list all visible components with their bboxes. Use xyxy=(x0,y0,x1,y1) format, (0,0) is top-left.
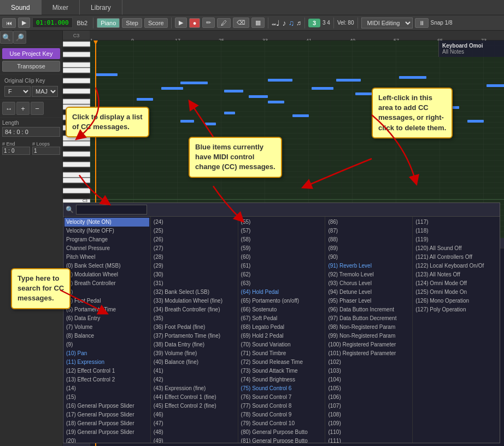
list-item[interactable]: (33) Modulation Wheel (fine) xyxy=(152,297,237,305)
list-item[interactable]: (76) Sound Control 7 xyxy=(239,393,324,402)
list-item[interactable]: (106) xyxy=(326,393,411,402)
rewind-button[interactable]: ⏮ xyxy=(2,18,16,28)
list-item[interactable]: Program Change xyxy=(65,235,149,244)
list-item[interactable]: (8) Balance xyxy=(65,332,149,340)
list-item[interactable]: (90) xyxy=(326,253,411,262)
list-item[interactable]: (107) xyxy=(326,402,411,410)
list-item[interactable]: (42) xyxy=(152,375,237,384)
key-mode-select[interactable]: MAJ xyxy=(32,86,58,97)
list-item[interactable]: (105) xyxy=(326,384,411,393)
list-item[interactable]: (118) xyxy=(414,227,499,235)
cc-dropdown-list[interactable]: 🔍 Velocity (Note ON)Velocity (Note OFF)P… xyxy=(63,202,500,443)
use-project-key-button[interactable]: Use Project Key xyxy=(2,48,60,59)
list-item[interactable]: (34) Breath Controller (fine) xyxy=(152,305,237,314)
list-item[interactable]: (12) Effect Control 1 xyxy=(65,367,149,375)
loops-input[interactable] xyxy=(32,147,60,155)
length-input[interactable] xyxy=(2,127,60,137)
list-item[interactable]: (59) xyxy=(239,244,324,253)
list-item[interactable]: (93) Chorus Level xyxy=(326,279,411,288)
list-item[interactable]: (110) xyxy=(326,428,411,437)
list-item[interactable]: (73) Sound Attack Time xyxy=(239,367,324,375)
list-item[interactable]: (58) xyxy=(239,235,324,244)
list-item[interactable]: (99) Non-Registered Param xyxy=(326,332,411,340)
list-item[interactable]: (71) Sound Timbre xyxy=(239,349,324,358)
list-item[interactable]: (36) Foot Pedal (fine) xyxy=(152,323,237,332)
tab-sound[interactable]: Sound xyxy=(0,0,42,15)
list-item[interactable]: (18) General Purpose Slider xyxy=(65,419,149,428)
list-item[interactable]: (4) Foot Pedal xyxy=(65,297,149,305)
list-item[interactable]: (63) xyxy=(239,279,324,288)
mode-step-button[interactable]: Step xyxy=(122,18,142,28)
list-item[interactable]: (92) Tremolo Level xyxy=(326,270,411,279)
list-item[interactable]: (121) All Controllers Off xyxy=(414,253,499,262)
list-item[interactable]: (6) Data Entry xyxy=(65,314,149,323)
list-item[interactable]: (45) Effect Control 2 (fine) xyxy=(152,402,237,410)
list-item[interactable]: (67) Soft Pedal xyxy=(239,314,324,323)
list-item[interactable]: (11) Expression xyxy=(65,358,149,367)
list-item[interactable]: (101) Registered Parameter xyxy=(326,349,411,358)
list-item[interactable]: (43) Expression (fine) xyxy=(152,384,237,393)
list-item[interactable]: Pitch Wheel xyxy=(65,253,149,262)
list-item[interactable]: (75) Sound Control 6 xyxy=(239,384,324,393)
list-item[interactable]: (41) xyxy=(152,367,237,375)
list-item[interactable]: (3) xyxy=(65,288,149,297)
pencil-button[interactable]: ✏ xyxy=(202,18,215,28)
brush-button[interactable]: 🖊 xyxy=(217,18,231,28)
transport-play2-button[interactable]: ▶ xyxy=(175,18,187,28)
list-item[interactable]: (28) xyxy=(152,253,237,262)
arrow-icon[interactable]: ↔ xyxy=(2,102,15,115)
list-item[interactable]: (69) Hold 2 Pedal xyxy=(239,332,324,340)
list-item[interactable]: (24) xyxy=(152,218,237,227)
list-item[interactable]: (87) xyxy=(326,227,411,235)
list-item[interactable]: (64) Hold Pedal xyxy=(239,288,324,297)
list-item[interactable]: (70) Sound Variation xyxy=(239,340,324,349)
list-item[interactable]: (123) All Notes Off xyxy=(414,270,499,279)
list-item[interactable]: (40) Balance (fine) xyxy=(152,358,237,367)
list-item[interactable]: (124) Omni Mode Off xyxy=(414,279,499,288)
cc-search-input[interactable] xyxy=(76,205,147,215)
list-item[interactable]: (77) Sound Control 8 xyxy=(239,402,324,410)
list-item[interactable]: (117) xyxy=(414,218,499,227)
list-item[interactable]: (61) xyxy=(239,262,324,270)
list-item[interactable]: (79) Sound Control 10 xyxy=(239,419,324,428)
list-item[interactable]: (2) Breath Controller xyxy=(65,279,149,288)
list-item[interactable]: (1) Modulation Wheel xyxy=(65,270,149,279)
mode-score-button[interactable]: Score xyxy=(144,18,168,28)
play-button[interactable]: ▶ xyxy=(18,18,30,28)
list-item[interactable]: Velocity (Note ON) xyxy=(65,218,149,227)
list-item[interactable]: (47) xyxy=(152,419,237,428)
plus-icon[interactable]: + xyxy=(16,102,30,115)
list-item[interactable]: (74) Sound Brightness xyxy=(239,375,324,384)
list-item[interactable]: (29) xyxy=(152,262,237,270)
end-input[interactable] xyxy=(2,147,30,155)
list-item[interactable]: (37) Portamento Time (fine) xyxy=(152,332,237,340)
midi-editing-dropdown[interactable]: MIDI Editing xyxy=(361,18,413,28)
list-item[interactable]: (81) General Purpose Butto xyxy=(239,437,324,443)
list-item[interactable]: (109) xyxy=(326,419,411,428)
list-item[interactable]: (111) xyxy=(326,437,411,443)
list-item[interactable]: (95) Phaser Level xyxy=(326,297,411,305)
list-item[interactable]: (102) xyxy=(326,358,411,367)
list-item[interactable]: (72) Sound Release Time xyxy=(239,358,324,367)
list-item[interactable]: (120) All Sound Off xyxy=(414,244,499,253)
list-item[interactable]: (125) Omni Mode On xyxy=(414,288,499,297)
list-item[interactable]: (100) Registered Parameter xyxy=(326,340,411,349)
magnify-icon[interactable]: 🔍 xyxy=(0,31,13,44)
magnify2-icon[interactable]: 🔎 xyxy=(13,31,26,44)
record-button[interactable]: ● xyxy=(189,18,201,28)
list-item[interactable]: (20) xyxy=(65,437,149,443)
list-item[interactable]: (62) xyxy=(239,270,324,279)
list-item[interactable]: (19) General Purpose Slider xyxy=(65,428,149,437)
list-item[interactable]: (14) xyxy=(65,384,149,393)
list-item[interactable]: (89) xyxy=(326,244,411,253)
list-item[interactable]: (97) Data Button Decrement xyxy=(326,314,411,323)
pause-button[interactable]: ⏸ xyxy=(415,18,429,28)
list-item[interactable]: (86) xyxy=(326,218,411,227)
transpose-button[interactable]: Transpose xyxy=(2,61,60,72)
list-item[interactable]: (35) xyxy=(152,314,237,323)
list-item[interactable]: (104) xyxy=(326,375,411,384)
list-item[interactable]: (78) Sound Control 9 xyxy=(239,410,324,419)
list-item[interactable]: (27) xyxy=(152,244,237,253)
list-item[interactable]: (68) Legato Pedal xyxy=(239,323,324,332)
list-item[interactable]: (48) xyxy=(152,428,237,437)
